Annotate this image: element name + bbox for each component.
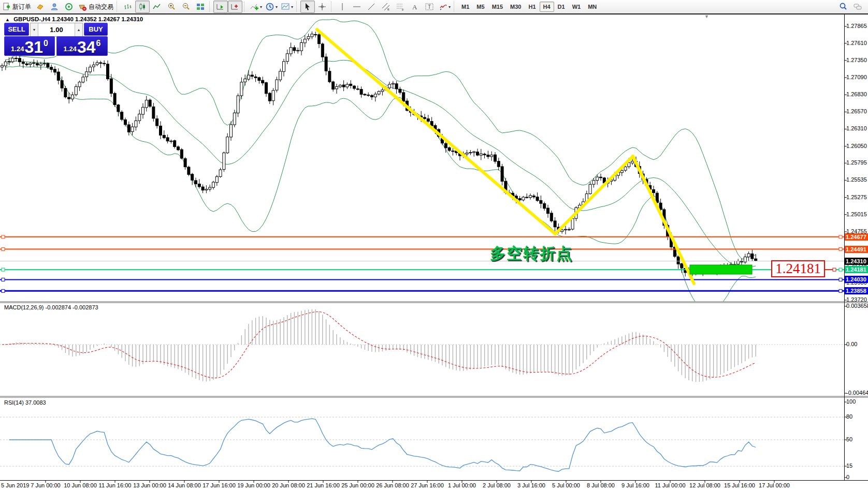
price-axis-tick: 1.25015: [846, 211, 867, 217]
auto-trading-label: 自动交易: [89, 3, 113, 11]
trendline-icon[interactable]: [364, 1, 379, 13]
market-icon[interactable]: [33, 1, 47, 13]
rsi-axis-value: 0: [846, 474, 849, 480]
time-axis-label: 5 Jun 2019: [1, 482, 29, 488]
price-axis-tick: 1.26830: [846, 91, 867, 97]
price-axis-highlight: 1.24030: [845, 276, 868, 283]
bar-chart-icon[interactable]: [121, 1, 135, 13]
timeframe-H1[interactable]: H1: [525, 2, 539, 12]
sell-button[interactable]: SELL: [4, 23, 29, 36]
crosshair-icon[interactable]: [315, 1, 329, 13]
time-axis-label: 10 Jun 08:00: [64, 482, 97, 488]
time-axis-label: 3 Jul 16:00: [517, 482, 545, 488]
chart-canvas[interactable]: [0, 0, 868, 491]
time-axis-label: 15 Jul 16:00: [724, 482, 755, 488]
timeframe-W1[interactable]: W1: [569, 2, 585, 12]
price-axis-tick: 1.25535: [846, 176, 867, 183]
volume-decrease-button[interactable]: ▼: [31, 23, 38, 36]
symbol-name: GBPUSD-,H4: [13, 16, 50, 22]
zoom-in-icon[interactable]: [164, 1, 179, 13]
buy-price-point: 6: [96, 39, 101, 48]
time-axis-label: 2 Jul 08:00: [483, 482, 511, 488]
price-axis-tick: 1.25275: [846, 194, 867, 200]
text-label-icon[interactable]: T: [422, 1, 437, 13]
collapse-triangle-icon[interactable]: ▲: [5, 17, 10, 22]
search-icon[interactable]: [836, 1, 850, 13]
volume-input[interactable]: [38, 23, 75, 36]
rsi-axis-value: 50: [846, 436, 852, 442]
price-axis-tick: 1.27865: [846, 23, 867, 29]
line-chart-icon[interactable]: [150, 1, 164, 13]
channel-icon[interactable]: E: [379, 1, 393, 13]
news-icon[interactable]: [62, 1, 76, 13]
toolbar-separator: [296, 2, 299, 12]
cursor-icon[interactable]: [300, 1, 315, 13]
new-order-button[interactable]: 新订单: [0, 1, 33, 13]
templates-icon[interactable]: ▾: [279, 1, 295, 13]
svg-text:T: T: [428, 4, 431, 10]
time-axis-label: 1 Jul 00:00: [448, 482, 476, 488]
toolbar-separator: [331, 2, 334, 12]
price-axis-tick: 1.23720: [846, 296, 867, 303]
fibonacci-icon[interactable]: F: [393, 1, 408, 13]
symbol-header: ▲ GBPUSD-,H4 1.24340 1.24352 1.24267 1.2…: [5, 16, 143, 22]
rsi-axis-value: 80: [846, 413, 852, 420]
vertical-line-icon[interactable]: [335, 1, 350, 13]
toolbar: 新订单 自动交易: [0, 0, 868, 14]
timeframe-M5[interactable]: M5: [473, 2, 488, 12]
time-axis-label: 20 Jun 08:00: [272, 482, 305, 488]
timeframe-D1[interactable]: D1: [554, 2, 569, 12]
horizontal-line-icon[interactable]: [350, 1, 364, 13]
timeframe-M15[interactable]: M15: [488, 2, 507, 12]
time-axis-label: 19 Jun 00:00: [237, 482, 270, 488]
auto-scroll-icon[interactable]: [213, 1, 228, 13]
candlestick-chart-icon[interactable]: [135, 1, 150, 13]
price-axis-tick: 1.25795: [846, 159, 867, 166]
buy-button[interactable]: BUY: [84, 23, 108, 36]
volume-increase-button[interactable]: ▲: [75, 23, 82, 36]
price-callout-label[interactable]: 1.24181: [771, 260, 825, 277]
sell-price-point: 0: [44, 39, 48, 48]
toolbar-separator: [117, 2, 119, 12]
tile-windows-icon[interactable]: [193, 1, 208, 13]
timeframe-H4[interactable]: H4: [540, 2, 554, 12]
chart-shift-icon[interactable]: [228, 1, 242, 13]
text-icon[interactable]: A: [408, 1, 422, 13]
timeframe-M1[interactable]: M1: [458, 2, 473, 12]
indicators-icon[interactable]: ▾: [248, 1, 264, 13]
price-axis-highlight: 1.24310: [845, 258, 868, 265]
time-axis-label: 17 Jul 00:00: [759, 482, 790, 488]
price-axis-highlight: 1.24677: [845, 233, 868, 241]
periods-icon[interactable]: ▾: [264, 1, 279, 13]
buy-price-prefix: 1.24: [64, 45, 77, 53]
timeframe-M30[interactable]: M30: [507, 2, 525, 12]
svg-text:F: F: [402, 8, 404, 11]
ohlc-open: 1.24340: [52, 16, 74, 22]
sell-price-pips: 31: [24, 39, 43, 55]
rsi-label: RSI(14) 37.0083: [4, 399, 46, 406]
sell-price[interactable]: 1.24 31 0: [4, 36, 55, 56]
time-axis-label: 8 Jul 08:00: [587, 482, 615, 488]
sell-price-prefix: 1.24: [11, 45, 24, 53]
rsi-axis-value: 100: [846, 398, 856, 405]
toolbar-separator: [209, 2, 212, 12]
annotation-text[interactable]: 多空转折点: [490, 243, 573, 264]
profile-icon[interactable]: [47, 1, 62, 13]
time-axis-label: 9 Jul 16:00: [621, 482, 649, 488]
rsi-axis-value: 15: [846, 463, 852, 469]
price-axis-tick: 1.27090: [846, 74, 867, 80]
time-axis-label: 11 Jun 16:00: [99, 482, 132, 488]
volume-stepper: ▼ ▲: [30, 23, 83, 37]
buy-price[interactable]: 1.24 34 6: [56, 36, 108, 56]
time-axis-label: 5 Jul 00:00: [552, 482, 580, 488]
auto-trading-button[interactable]: 自动交易: [76, 1, 115, 13]
arrows-icon[interactable]: ▾: [437, 1, 452, 13]
price-axis-tick: 1.26570: [846, 108, 867, 114]
dropdown-caret-icon: ▾: [449, 5, 451, 9]
scroll-position-icon: ▼: [704, 14, 709, 19]
zoom-out-icon[interactable]: [179, 1, 193, 13]
toolbar-separator: [244, 2, 247, 12]
timeframe-MN[interactable]: MN: [584, 2, 600, 12]
time-axis-label: 17 Jun 16:00: [202, 482, 236, 488]
chat-icon[interactable]: [850, 1, 865, 13]
